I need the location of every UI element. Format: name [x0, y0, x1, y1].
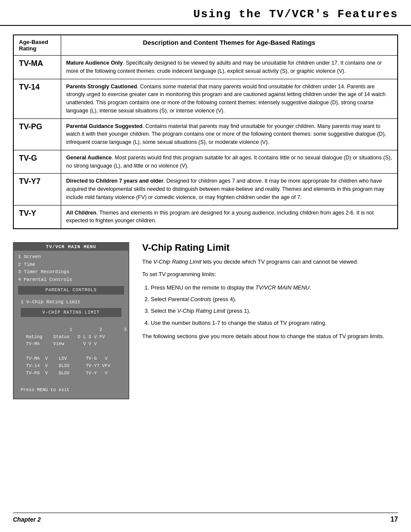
vchip-step-1: Press MENU on the remote to display the …	[151, 283, 398, 292]
table-row: TV-MAMature Audience Only. Specifically …	[13, 56, 398, 79]
menu-title: TV/VCR MAIN MENU	[14, 243, 128, 251]
vchip-step-3: Select the V-Chip Rating Limit (press 1)…	[151, 306, 398, 316]
rating-label: TV-Y	[13, 205, 61, 229]
rating-label: TV-G	[13, 150, 61, 174]
vchip-step-2: Select Parental Controls (press 4).	[151, 294, 398, 304]
table-row: TV-GGeneral Audience. Most parents would…	[13, 150, 398, 174]
parental-controls-body: 1 V-Chip Rating Limit V-CHIP RATING LIMI…	[18, 296, 124, 396]
rating-label: TV-PG	[13, 118, 61, 150]
content-area: Age-BasedRating Description and Content …	[0, 26, 411, 408]
vchip-step-4: Use the number buttons 1-7 to change the…	[151, 318, 398, 328]
rating-description: General Audience. Most parents would fin…	[61, 150, 398, 174]
menu-item-1: 1 Screen	[18, 253, 124, 261]
page-footer: Chapter 2 17	[13, 513, 398, 523]
table-row: TV-YAll Children. Themes and elements in…	[13, 205, 398, 229]
menu-mockup: TV/VCR MAIN MENU 1 Screen 2 Time 3 Timer…	[13, 242, 129, 399]
rating-label: TV-Y7	[13, 174, 61, 205]
table-row: TV-14Parents Strongly Cautioned. Contain…	[13, 79, 398, 118]
rating-description: Parents Strongly Cautioned. Contains som…	[61, 79, 398, 118]
vchip-header: 1 2 3 4 5 6 7 Rating Status D L S V FV T…	[21, 327, 148, 376]
vchip-table: 1 2 3 4 5 6 7 Rating Status D L S V FV T…	[21, 319, 121, 384]
parental-controls-title: PARENTAL CONTROLS	[18, 286, 124, 295]
table-row: TV-Y7Directed to Children 7 years and ol…	[13, 174, 398, 205]
page-header: Using the TV/VCR's Features	[0, 0, 411, 26]
menu-item-2: 2 Time	[18, 261, 124, 269]
vchip-title: V-Chip Rating Limit	[142, 242, 398, 253]
rating-description: Mature Audience Only. Specifically desig…	[61, 56, 398, 79]
press-menu: Press MENU to exit	[21, 386, 121, 394]
footer-chapter: Chapter 2	[13, 516, 41, 523]
menu-item-3: 3 Timer Recordings	[18, 268, 124, 276]
parental-controls-submenu: PARENTAL CONTROLS 1 V-Chip Rating Limit …	[18, 286, 124, 396]
rating-description: Parental Guidance Suggested. Contains ma…	[61, 118, 398, 150]
table-header-desc: Description and Content Themes for Age-B…	[61, 35, 398, 56]
vchip-title: V-CHIP RATING LIMIT	[21, 308, 121, 317]
ratings-table: Age-BasedRating Description and Content …	[13, 34, 398, 229]
parental-controls-item: 1 V-Chip Rating Limit	[21, 299, 81, 305]
footer-page: 17	[390, 516, 398, 523]
vchip-section: V-Chip Rating Limit The V-Chip Rating Li…	[142, 242, 398, 345]
table-header-rating: Age-BasedRating	[13, 35, 61, 56]
rating-description: Directed to Children 7 years and older. …	[61, 174, 398, 205]
rating-label: TV-14	[13, 79, 61, 118]
vchip-to-set: To set TV programming limits:	[142, 270, 398, 279]
menu-body: 1 Screen 2 Time 3 Timer Recordings 4 Par…	[14, 251, 128, 398]
table-row: TV-PGParental Guidance Suggested. Contai…	[13, 118, 398, 150]
vchip-closing: The following sections give you more det…	[142, 332, 398, 341]
menu-item-4: 4 Parental Controls	[18, 276, 124, 284]
vchip-steps: Press MENU on the remote to display the …	[151, 283, 398, 328]
rating-label: TV-MA	[13, 56, 61, 79]
rating-description: All Children. Themes and elements in thi…	[61, 205, 398, 229]
vchip-intro: The V-Chip Rating Limit lets you decide …	[142, 258, 398, 267]
lower-section: TV/VCR MAIN MENU 1 Screen 2 Time 3 Timer…	[13, 242, 398, 399]
vchip-submenu: V-CHIP RATING LIMIT 1 2 3 4 5 6 7 Rating…	[21, 308, 121, 394]
page-title: Using the TV/VCR's Features	[13, 8, 398, 21]
